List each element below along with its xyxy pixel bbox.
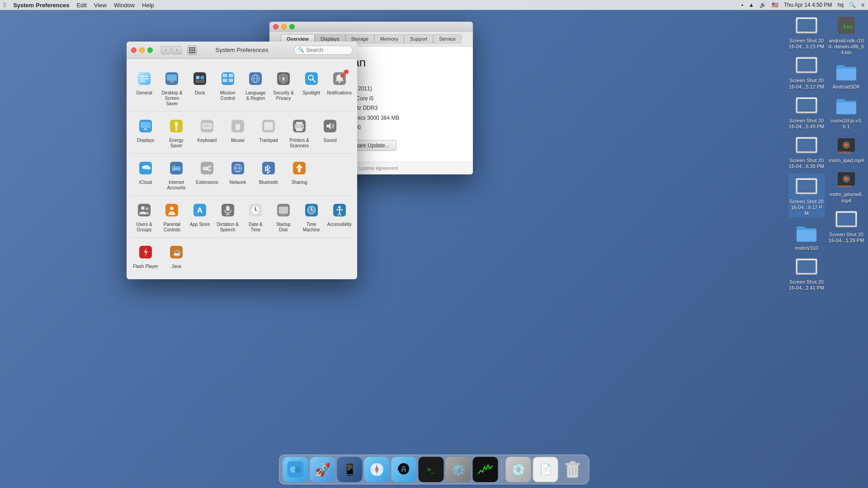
pref-item-dictation[interactable]: Dictation & Speech: [214, 197, 242, 235]
menu-edit[interactable]: Edit: [76, 2, 86, 9]
nav-forward-button[interactable]: ›: [172, 46, 182, 54]
pref-icon-parental: [162, 200, 182, 220]
menubar-wifi-icon[interactable]: ▲: [749, 2, 754, 8]
pref-item-sharing[interactable]: Sharing: [284, 155, 315, 193]
nav-back-button[interactable]: ‹: [161, 46, 171, 54]
dock: 🚀 📱 🅐 >_ ⚙️: [279, 455, 590, 484]
dock-trash[interactable]: [560, 457, 585, 482]
desktop-file[interactable]: .binandroid-ndk-r10d- darwin-x86_64.bin: [828, 14, 864, 56]
pref-label-accessibility: Accessibility: [327, 222, 351, 227]
desktop-file[interactable]: Screen Shot 2016-04...2.41 PM: [788, 255, 825, 291]
dock-finder[interactable]: [283, 457, 308, 482]
desktop-file[interactable]: mslmV310: [788, 221, 825, 251]
pref-item-datetime[interactable]: Date & Time: [242, 197, 270, 235]
about-close-button[interactable]: [273, 24, 278, 29]
pref-item-general[interactable]: General: [130, 66, 158, 109]
pref-label-sound: Sound: [324, 138, 337, 143]
pref-item-icloud[interactable]: iCloud: [130, 155, 161, 193]
dock-textedit[interactable]: 📄: [533, 457, 558, 482]
about-titlebar: [269, 22, 473, 32]
desktop-file[interactable]: Screen Shot 2016-04...8.30 PM: [788, 133, 825, 169]
pref-icon-timemachine: [302, 200, 321, 220]
menubar-username: hq: [838, 2, 844, 8]
pref-item-keyboard[interactable]: Keyboard: [192, 113, 222, 151]
pref-item-notifications[interactable]: Notifications: [325, 66, 353, 109]
pref-item-startup[interactable]: Startup Disk: [269, 197, 297, 235]
dock-safari[interactable]: [364, 457, 390, 482]
pref-item-dock[interactable]: Dock: [186, 66, 214, 109]
about-tab-support[interactable]: Support: [404, 34, 434, 43]
sysprefs-window: ‹ › System Preferences 🔍 GeneralDesktop …: [127, 42, 357, 279]
desktop-file[interactable]: Screen Shot 2016-04...9.17 PM: [788, 174, 825, 218]
pref-item-java[interactable]: ☕Java: [161, 239, 192, 272]
dock-diskutil[interactable]: 💿: [506, 457, 531, 482]
pref-item-extensions[interactable]: Extensions: [192, 155, 222, 193]
sysprefs-close-button[interactable]: [131, 47, 137, 53]
pref-label-keyboard: Keyboard: [198, 138, 217, 143]
pref-item-spotlight[interactable]: Spotlight: [297, 66, 326, 109]
pref-item-parental[interactable]: Parental Controls: [158, 197, 186, 235]
desktop-file[interactable]: Screen Shot 2016-04...3.23 PM: [788, 14, 825, 50]
dock-appstore[interactable]: 🅐: [392, 457, 417, 482]
search-box[interactable]: 🔍: [294, 46, 353, 55]
about-maximize-button[interactable]: [289, 24, 295, 29]
pref-label-dictation: Dictation & Speech: [216, 222, 240, 233]
desktop-file[interactable]: MPEG4mslm_iphone6.mp4: [828, 167, 864, 203]
desktop-file[interactable]: Screen Shot 2016-04...5.49 PM: [788, 94, 825, 130]
desktop-file[interactable]: AndroidSDK: [828, 60, 864, 90]
pref-item-users[interactable]: Users & Groups: [130, 197, 158, 235]
about-minimize-button[interactable]: [281, 24, 287, 29]
svg-rect-23: [283, 79, 284, 81]
pref-item-accessibility[interactable]: Accessibility: [325, 197, 353, 235]
pref-item-displays[interactable]: Displays: [130, 113, 161, 151]
sysprefs-minimize-button[interactable]: [139, 47, 145, 53]
pref-item-security[interactable]: Security & Privacy: [269, 66, 297, 109]
pref-item-bluetooth[interactable]: Bluetooth: [253, 155, 284, 193]
pref-item-mission[interactable]: Mission Control: [214, 66, 242, 109]
dock-actmonitor[interactable]: [473, 457, 498, 482]
pref-item-language[interactable]: Language & Region: [242, 66, 270, 109]
dock-sysprefs[interactable]: ⚙️: [446, 457, 471, 482]
desktop-file[interactable]: Screen Shot 2016-04...5.12 PM: [788, 53, 825, 89]
search-input[interactable]: [306, 47, 347, 53]
dock-terminal[interactable]: >_: [419, 457, 444, 482]
pref-item-network[interactable]: Network: [222, 155, 253, 193]
pref-icon-displays: [136, 116, 156, 136]
desktop-file[interactable]: MPEG4mslm_ipad.mp4: [828, 133, 864, 164]
about-tab-memory[interactable]: Memory: [374, 34, 404, 43]
pref-item-desktop[interactable]: Desktop & Screen Saver: [158, 66, 186, 109]
file-icon-video: MPEG4: [835, 167, 858, 191]
show-all-button[interactable]: [187, 45, 197, 55]
pref-item-energy[interactable]: Energy Saver: [161, 113, 192, 151]
menu-window[interactable]: Window: [114, 2, 135, 9]
pref-item-trackpad[interactable]: Trackpad: [253, 113, 284, 151]
menu-help[interactable]: Help: [142, 2, 154, 9]
sysprefs-title: System Preferences: [215, 47, 268, 53]
menubar-search-icon[interactable]: 🔍: [849, 2, 856, 8]
about-tab-service[interactable]: Service: [433, 34, 462, 43]
pref-item-timemachine[interactable]: Time Machine: [297, 197, 326, 235]
pref-item-printers[interactable]: Printers & Scanners: [284, 113, 315, 151]
app-name-menu[interactable]: System Preferences: [13, 2, 69, 9]
svg-rect-3: [140, 81, 145, 82]
menubar-volume-icon[interactable]: 🔊: [760, 2, 766, 8]
menubar-options-icon[interactable]: ≡: [861, 2, 864, 8]
svg-rect-13: [222, 74, 227, 77]
menu-view[interactable]: View: [94, 2, 107, 9]
svg-rect-10: [196, 76, 200, 80]
sysprefs-maximize-button[interactable]: [147, 47, 153, 53]
desktop-file[interactable]: Screen Shot 2016-04...1.39 PM: [828, 207, 864, 244]
dock-launchpad[interactable]: 🚀: [310, 457, 335, 482]
apple-menu[interactable]: : [4, 1, 6, 9]
file-label: Screen Shot 2016-04...3.23 PM: [788, 38, 825, 50]
pref-item-mouse[interactable]: Mouse: [222, 113, 253, 151]
pref-item-appstore[interactable]: AApp Store: [186, 197, 214, 235]
file-icon-screenshot: [795, 133, 818, 157]
appstore-dock-icon: 🅐: [392, 457, 417, 482]
pref-item-internet[interactable]: Internet Accounts: [161, 155, 192, 193]
pref-item-sound[interactable]: Sound: [315, 113, 345, 151]
pref-item-flash[interactable]: Flash Player: [130, 239, 161, 272]
dock-missioncontrol[interactable]: 📱: [337, 457, 363, 482]
pref-label-general: General: [136, 90, 152, 96]
desktop-file[interactable]: cocos2d-js-v3.6.1: [828, 94, 864, 130]
